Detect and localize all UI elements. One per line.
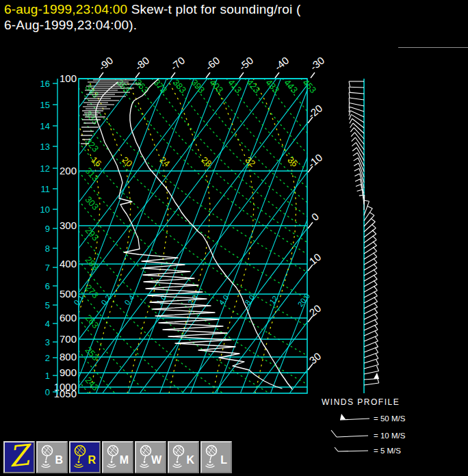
svg-text:15: 15 — [40, 100, 50, 110]
svg-text:-30: -30 — [308, 54, 327, 72]
sounding-button-k[interactable]: K — [168, 441, 199, 473]
toolbar: Z B R M W K L — [3, 441, 232, 473]
svg-text:10: 10 — [307, 251, 324, 267]
svg-text:-90: -90 — [96, 54, 116, 72]
svg-text:-80: -80 — [133, 54, 152, 72]
svg-text:413: 413 — [226, 77, 244, 95]
app-window: 6-aug-1999,23:04:00 Skew-t plot for soun… — [0, 0, 468, 476]
button-letter: L — [220, 454, 227, 466]
skewt-plot: 1002003004005006007008009001000105016151… — [0, 0, 468, 476]
svg-text:6: 6 — [45, 281, 50, 291]
svg-text:303: 303 — [83, 194, 101, 212]
svg-text:393: 393 — [190, 77, 207, 95]
svg-text:8: 8 — [45, 243, 50, 254]
dry-adiabat-lines — [79, 79, 332, 419]
svg-text:10: 10 — [40, 204, 50, 215]
svg-text:600: 600 — [60, 312, 77, 323]
button-letter: W — [151, 454, 161, 466]
svg-text:4: 4 — [45, 319, 50, 329]
height-axis: 161514131211109876543210 — [40, 79, 57, 397]
svg-text:900: 900 — [60, 367, 77, 378]
svg-text:-10: -10 — [306, 151, 325, 170]
svg-text:423: 423 — [245, 77, 263, 95]
svg-text:343: 343 — [83, 82, 101, 100]
sounding-button-r[interactable]: R — [69, 441, 101, 473]
sounding-button-m[interactable]: M — [102, 441, 133, 473]
svg-text:500: 500 — [60, 288, 77, 300]
svg-text:-50: -50 — [237, 54, 256, 72]
button-letter: K — [186, 454, 194, 466]
sounding-button-b[interactable]: B — [36, 441, 68, 473]
svg-text:0: 0 — [45, 387, 50, 397]
svg-text:5: 5 — [45, 300, 50, 310]
button-letter: R — [88, 454, 96, 466]
svg-text:373: 373 — [152, 77, 170, 95]
svg-text:= 5 M/S: = 5 M/S — [374, 447, 401, 455]
moist-adiabat-labels: 162024283236 — [90, 155, 300, 169]
app-logo-z: Z — [8, 440, 30, 471]
isotherm-labels: -90-80-70-60-50-40-30-20-100102030 — [96, 54, 327, 370]
temperature-trace — [130, 79, 292, 389]
svg-text:1: 1 — [45, 371, 50, 381]
sounding-button-w[interactable]: W — [135, 441, 166, 473]
winds-legend: WINDS PROFILE= 50 M/S= 10 M/S= 5 M/S — [322, 397, 406, 455]
svg-text:3: 3 — [45, 337, 50, 347]
svg-text:28: 28 — [200, 155, 214, 169]
logo-button-z[interactable]: Z — [3, 441, 35, 473]
svg-text:11: 11 — [41, 184, 51, 194]
svg-text:-20: -20 — [306, 102, 325, 120]
svg-text:36: 36 — [286, 155, 300, 169]
svg-text:20: 20 — [120, 155, 135, 169]
button-letter: B — [55, 454, 63, 466]
svg-text:273: 273 — [83, 282, 101, 300]
svg-text:443: 443 — [283, 77, 300, 95]
button-letter: M — [120, 454, 129, 466]
svg-text:700: 700 — [60, 333, 77, 345]
svg-text:800: 800 — [60, 351, 77, 362]
svg-text:293: 293 — [83, 225, 101, 243]
svg-text:400: 400 — [60, 258, 77, 269]
dry-adiabat-labels: 3433333233133032932832732632532433533633… — [83, 77, 319, 393]
svg-text:200: 200 — [60, 165, 77, 176]
balloon-icon — [205, 445, 222, 472]
svg-text:16: 16 — [40, 79, 50, 89]
svg-text:= 50 M/S: = 50 M/S — [374, 414, 406, 423]
svg-text:7: 7 — [45, 263, 50, 273]
svg-text:= 10 M/S: = 10 M/S — [374, 432, 406, 440]
svg-text:20: 20 — [307, 302, 324, 319]
svg-text:30: 30 — [307, 350, 324, 367]
svg-text:313: 313 — [83, 166, 101, 183]
svg-text:323: 323 — [83, 136, 101, 154]
winds-profile — [349, 79, 379, 393]
svg-text:9: 9 — [45, 224, 50, 234]
sounding-balloon-icon — [205, 445, 222, 469]
svg-text:0: 0 — [309, 211, 321, 223]
svg-text:2: 2 — [45, 353, 50, 363]
svg-text:-70: -70 — [168, 54, 187, 72]
winds-legend-title: WINDS PROFILE — [322, 397, 400, 407]
svg-text:13: 13 — [40, 142, 50, 152]
svg-text:300: 300 — [60, 220, 77, 231]
svg-text:12: 12 — [40, 163, 50, 174]
svg-text:403: 403 — [208, 77, 226, 95]
svg-text:100: 100 — [60, 72, 77, 84]
svg-text:-40: -40 — [272, 54, 291, 72]
sounding-button-l[interactable]: L — [200, 441, 232, 473]
svg-text:383: 383 — [171, 77, 189, 95]
svg-text:-60: -60 — [203, 54, 222, 72]
svg-text:14: 14 — [40, 121, 50, 131]
svg-text:453: 453 — [301, 77, 319, 95]
